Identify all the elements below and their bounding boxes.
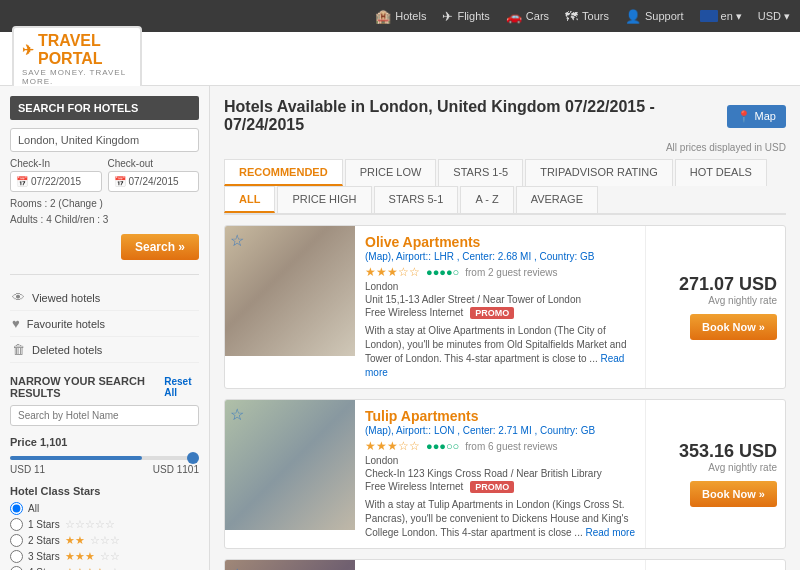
hotel-amenity: Free Wireless Internet PROMO bbox=[365, 307, 635, 319]
tab-recommended[interactable]: RECOMMENDED bbox=[224, 159, 343, 186]
hotel-location: London bbox=[365, 455, 635, 466]
hotel-stars: ★★★☆☆ ●●●○○ from 6 guest reviews bbox=[365, 439, 635, 453]
sidebar-search-title: SEARCH FOR HOTELS bbox=[10, 96, 199, 120]
star-radio-all[interactable] bbox=[10, 502, 23, 515]
map-link[interactable]: (Map), Airport:: LON , Center: 2.71 MI ,… bbox=[365, 425, 595, 436]
search-button[interactable]: Search » bbox=[121, 234, 199, 260]
hotel-description: With a stay at Olive Apartments in Londo… bbox=[365, 324, 635, 380]
map-button[interactable]: 📍 Map bbox=[727, 105, 786, 128]
content-area: Hotels Available in London, United Kingd… bbox=[210, 86, 800, 570]
logo-title: ✈ TRAVEL PORTAL bbox=[22, 32, 132, 68]
hotel-price-tulip: 353.16 USD Avg nightly rate Book Now bbox=[645, 400, 785, 548]
hotel-name-filter[interactable] bbox=[10, 405, 199, 426]
star-option-4: 4 Stars ★★★★☆ bbox=[10, 566, 199, 570]
book-now-button[interactable]: Book Now bbox=[690, 314, 777, 340]
checkin-label: Check-In bbox=[10, 158, 102, 169]
eye-icon: 👁 bbox=[12, 290, 25, 305]
hotel-address: Unit 15,1-13 Adler Street / Near Tower o… bbox=[365, 294, 635, 305]
adults-line: Adults : 4 Child/ren : 3 bbox=[10, 214, 199, 225]
hotel-info-marriott: 47 Park Street - Grand Residences by Mar… bbox=[355, 560, 645, 570]
nav-support[interactable]: 👤 Support bbox=[625, 9, 684, 24]
hotel-price-marriott: 1686.8 USD Avg nightly rate Book Now bbox=[645, 560, 785, 570]
hotel-image-olive: ☆ bbox=[225, 226, 355, 356]
hotel-meta: (Map), Airport:: LHR , Center: 2.68 MI ,… bbox=[365, 251, 635, 262]
logo: ✈ TRAVEL PORTAL SAVE MONEY. TRAVEL MORE. bbox=[12, 26, 142, 92]
tab-price-high[interactable]: PRICE HIGH bbox=[277, 186, 371, 213]
checkin-field[interactable]: 📅 07/22/2015 bbox=[10, 171, 102, 192]
tab-stars-5-1[interactable]: STARS 5-1 bbox=[374, 186, 459, 213]
star-option-2: 2 Stars ★★☆☆☆ bbox=[10, 534, 199, 547]
tab-a-z[interactable]: A - Z bbox=[460, 186, 513, 213]
star-radio-1[interactable] bbox=[10, 518, 23, 531]
reset-all-link[interactable]: Reset All bbox=[164, 376, 199, 398]
tab-all[interactable]: ALL bbox=[224, 186, 275, 213]
rooms-line: Rooms : 2 (Change ) bbox=[10, 198, 199, 209]
tab-hot-deals[interactable]: HOT DEALS bbox=[675, 159, 767, 186]
review-count: from 2 guest reviews bbox=[465, 267, 557, 278]
favourite-hotels-link[interactable]: ♥ Favourite hotels bbox=[10, 311, 199, 337]
bookmark-icon[interactable]: ☆ bbox=[230, 231, 244, 250]
bookmark-icon[interactable]: ☆ bbox=[230, 405, 244, 424]
support-icon: 👤 bbox=[625, 9, 641, 24]
checkout-field[interactable]: 📅 07/24/2015 bbox=[108, 171, 200, 192]
tours-icon: 🗺 bbox=[565, 9, 578, 24]
tab-stars-1-5[interactable]: STARS 1-5 bbox=[438, 159, 523, 186]
content-header: Hotels Available in London, United Kingd… bbox=[224, 98, 786, 134]
trash-icon: 🗑 bbox=[12, 342, 25, 357]
sidebar-links: 👁 Viewed hotels ♥ Favourite hotels 🗑 Del… bbox=[10, 274, 199, 363]
chevron-down-icon: ▾ bbox=[736, 10, 742, 23]
stars-label: Hotel Class Stars bbox=[10, 485, 199, 497]
nav-tours[interactable]: 🗺 Tours bbox=[565, 9, 609, 24]
price-label: Price 1,101 bbox=[10, 436, 199, 448]
hotel-info-tulip: Tulip Apartments (Map), Airport:: LON , … bbox=[355, 400, 645, 548]
price-unit: Avg nightly rate bbox=[708, 295, 777, 306]
star-radio-2[interactable] bbox=[10, 534, 23, 547]
hotel-card: ☆ Tulip Apartments (Map), Airport:: LON … bbox=[224, 399, 786, 549]
checkout-label: Check-out bbox=[108, 158, 200, 169]
hotel-stars: ★★★☆☆ ●●●●○ from 2 guest reviews bbox=[365, 265, 635, 279]
tab-price-low[interactable]: PRICE LOW bbox=[345, 159, 437, 186]
star-radio-3[interactable] bbox=[10, 550, 23, 563]
price-range: USD 11 USD 1101 bbox=[10, 464, 199, 475]
promo-badge: PROMO bbox=[470, 481, 514, 493]
book-now-button[interactable]: Book Now bbox=[690, 481, 777, 507]
price-slider-thumb[interactable] bbox=[187, 452, 199, 464]
tab-average[interactable]: AVERAGE bbox=[516, 186, 598, 213]
read-more-link[interactable]: Read more bbox=[586, 527, 635, 538]
hotel-name[interactable]: Olive Apartments bbox=[365, 234, 635, 250]
hotel-info-olive: Olive Apartments (Map), Airport:: LHR , … bbox=[355, 226, 645, 388]
map-icon: 📍 bbox=[737, 110, 751, 123]
price-amount: 271.07 USD bbox=[679, 274, 777, 295]
star-radio-4[interactable] bbox=[10, 566, 23, 570]
star-option-3: 3 Stars ★★★☆☆ bbox=[10, 550, 199, 563]
location-input[interactable] bbox=[10, 128, 199, 152]
date-row: Check-In 📅 07/22/2015 Check-out 📅 07/24/… bbox=[10, 158, 199, 192]
cars-icon: 🚗 bbox=[506, 9, 522, 24]
hotel-stars-filter: Hotel Class Stars All 1 Stars ☆☆☆☆☆ 2 St… bbox=[10, 485, 199, 570]
hotel-name[interactable]: Tulip Apartments bbox=[365, 408, 635, 424]
price-filter: Price 1,101 USD 11 USD 1101 bbox=[10, 436, 199, 475]
calendar-icon: 📅 bbox=[16, 176, 28, 187]
heart-icon: ♥ bbox=[12, 316, 20, 331]
nav-hotels[interactable]: 🏨 Hotels bbox=[375, 9, 426, 24]
hotel-icon: 🏨 bbox=[375, 9, 391, 24]
bookmark-icon[interactable]: ★ bbox=[230, 565, 244, 570]
flights-icon: ✈ bbox=[442, 9, 453, 24]
nav-cars[interactable]: 🚗 Cars bbox=[506, 9, 549, 24]
price-amount: 353.16 USD bbox=[679, 441, 777, 462]
language-selector[interactable]: en ▾ bbox=[700, 10, 742, 23]
flag-icon bbox=[700, 10, 718, 22]
map-link[interactable]: (Map), Airport:: LHR , Center: 2.68 MI ,… bbox=[365, 251, 595, 262]
viewed-hotels-link[interactable]: 👁 Viewed hotels bbox=[10, 285, 199, 311]
tripadvisor-score: ●●●●○ bbox=[426, 266, 459, 278]
nav-flights[interactable]: ✈ Flights bbox=[442, 9, 489, 24]
price-unit: Avg nightly rate bbox=[708, 462, 777, 473]
price-slider-fill bbox=[10, 456, 142, 460]
tab-tripadvisor-rating[interactable]: TRIPADVISOR RATING bbox=[525, 159, 673, 186]
deleted-hotels-link[interactable]: 🗑 Deleted hotels bbox=[10, 337, 199, 363]
plane-icon: ✈ bbox=[22, 42, 34, 58]
currency-selector[interactable]: USD ▾ bbox=[758, 10, 790, 23]
narrow-title: NARROW YOUR SEARCH RESULTS Reset All bbox=[10, 375, 199, 399]
hotel-amenity: Free Wireless Internet PROMO bbox=[365, 481, 635, 493]
hotel-location: London bbox=[365, 281, 635, 292]
